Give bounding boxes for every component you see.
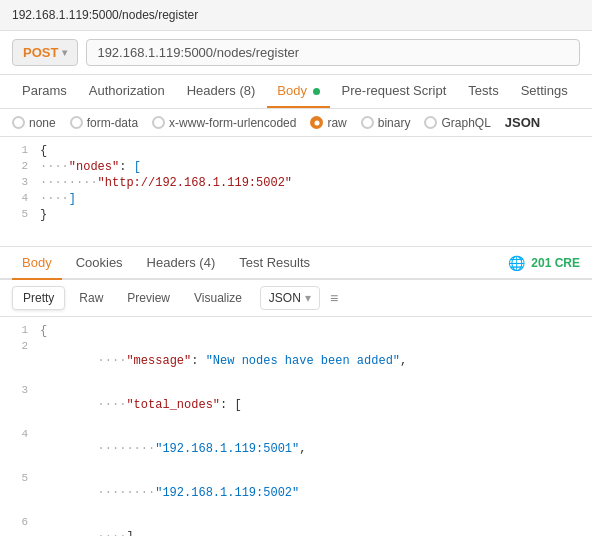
request-tabs-row: Params Authorization Headers (8) Body Pr… — [0, 75, 592, 109]
radio-none-label: none — [29, 116, 56, 130]
resp-tab-cookies[interactable]: Cookies — [66, 247, 133, 280]
radio-raw-circle — [310, 116, 323, 129]
resp-line-2: 2 ····"message": "New nodes have been ad… — [0, 339, 592, 383]
radio-raw[interactable]: raw — [310, 116, 346, 130]
resp-line-num-2: 2 — [0, 340, 40, 352]
resp-tab-body[interactable]: Body — [12, 247, 62, 280]
method-select[interactable]: POST ▾ — [12, 39, 78, 66]
line-content-4: ····] — [40, 192, 592, 206]
line-num-5: 5 — [0, 208, 40, 220]
radio-urlencoded[interactable]: x-www-form-urlencoded — [152, 116, 296, 130]
fmt-pretty[interactable]: Pretty — [12, 286, 65, 310]
line-content-3: ········"http://192.168.1.119:5002" — [40, 176, 592, 190]
response-status: 🌐 201 CRE — [508, 255, 580, 271]
line-num-3: 3 — [0, 176, 40, 188]
line-num-2: 2 — [0, 160, 40, 172]
resp-tab-headers[interactable]: Headers (4) — [137, 247, 226, 280]
req-line-4: 4 ····] — [0, 191, 592, 207]
tab-body[interactable]: Body — [267, 75, 329, 108]
url-bar-text: 192.168.1.119:5000/nodes/register — [12, 8, 198, 22]
body-dot — [313, 88, 320, 95]
resp-content-3: ····"total_nodes": [ — [40, 384, 592, 426]
resp-line-num-5: 5 — [0, 472, 40, 484]
json-format-dropdown[interactable]: JSON ▾ — [260, 286, 320, 310]
url-bar: 192.168.1.119:5000/nodes/register — [0, 0, 592, 31]
resp-tab-test-results[interactable]: Test Results — [229, 247, 320, 280]
chevron-down-icon: ▾ — [305, 291, 311, 305]
json-type-label[interactable]: JSON — [505, 115, 540, 130]
resp-content-1: { — [40, 324, 592, 338]
resp-content-4: ········"192.168.1.119:5001", — [40, 428, 592, 470]
resp-line-num-1: 1 — [0, 324, 40, 336]
tab-params[interactable]: Params — [12, 75, 77, 108]
request-code-editor[interactable]: 1 { 2 ····"nodes": [ 3 ········"http://1… — [0, 137, 592, 247]
radio-none[interactable]: none — [12, 116, 56, 130]
resp-format-row: Pretty Raw Preview Visualize JSON ▾ ≡ — [0, 280, 592, 317]
fmt-visualize[interactable]: Visualize — [184, 287, 252, 309]
response-tabs-row: Body Cookies Headers (4) Test Results 🌐 … — [0, 247, 592, 280]
radio-binary[interactable]: binary — [361, 116, 411, 130]
method-label: POST — [23, 45, 58, 60]
req-line-2: 2 ····"nodes": [ — [0, 159, 592, 175]
resp-content-2: ····"message": "New nodes have been adde… — [40, 340, 592, 382]
resp-line-3: 3 ····"total_nodes": [ — [0, 383, 592, 427]
radio-graphql-label: GraphQL — [441, 116, 490, 130]
tab-authorization[interactable]: Authorization — [79, 75, 175, 108]
request-row: POST ▾ — [0, 31, 592, 75]
radio-raw-label: raw — [327, 116, 346, 130]
resp-line-6: 6 ····] — [0, 515, 592, 536]
req-line-1: 1 { — [0, 143, 592, 159]
radio-urlencoded-circle — [152, 116, 165, 129]
radio-graphql-circle — [424, 116, 437, 129]
fmt-preview[interactable]: Preview — [117, 287, 180, 309]
response-section: Body Cookies Headers (4) Test Results 🌐 … — [0, 247, 592, 536]
tab-settings[interactable]: Settings — [511, 75, 578, 108]
radio-none-circle — [12, 116, 25, 129]
line-content-1: { — [40, 144, 592, 158]
chevron-down-icon: ▾ — [62, 47, 67, 58]
resp-content-5: ········"192.168.1.119:5002" — [40, 472, 592, 514]
tab-headers[interactable]: Headers (8) — [177, 75, 266, 108]
line-content-5: } — [40, 208, 592, 222]
radio-form-data-label: form-data — [87, 116, 138, 130]
resp-line-4: 4 ········"192.168.1.119:5001", — [0, 427, 592, 471]
radio-binary-circle — [361, 116, 374, 129]
resp-line-num-6: 6 — [0, 516, 40, 528]
radio-urlencoded-label: x-www-form-urlencoded — [169, 116, 296, 130]
radio-form-data[interactable]: form-data — [70, 116, 138, 130]
body-type-row: none form-data x-www-form-urlencoded raw… — [0, 109, 592, 137]
line-num-4: 4 — [0, 192, 40, 204]
resp-content-6: ····] — [40, 516, 592, 536]
globe-icon: 🌐 — [508, 255, 525, 271]
resp-line-5: 5 ········"192.168.1.119:5002" — [0, 471, 592, 515]
fmt-raw[interactable]: Raw — [69, 287, 113, 309]
tab-tests[interactable]: Tests — [458, 75, 508, 108]
radio-binary-label: binary — [378, 116, 411, 130]
radio-graphql[interactable]: GraphQL — [424, 116, 490, 130]
url-input[interactable] — [86, 39, 580, 66]
response-code: 1 { 2 ····"message": "New nodes have bee… — [0, 317, 592, 536]
tab-prerequest[interactable]: Pre-request Script — [332, 75, 457, 108]
resp-line-1: 1 { — [0, 323, 592, 339]
status-badge: 201 CRE — [531, 256, 580, 270]
radio-form-data-circle — [70, 116, 83, 129]
req-line-3: 3 ········"http://192.168.1.119:5002" — [0, 175, 592, 191]
req-line-5: 5 } — [0, 207, 592, 223]
wrap-icon[interactable]: ≡ — [330, 290, 338, 306]
resp-line-num-3: 3 — [0, 384, 40, 396]
json-dropdown-label: JSON — [269, 291, 301, 305]
line-num-1: 1 — [0, 144, 40, 156]
line-content-2: ····"nodes": [ — [40, 160, 592, 174]
resp-line-num-4: 4 — [0, 428, 40, 440]
